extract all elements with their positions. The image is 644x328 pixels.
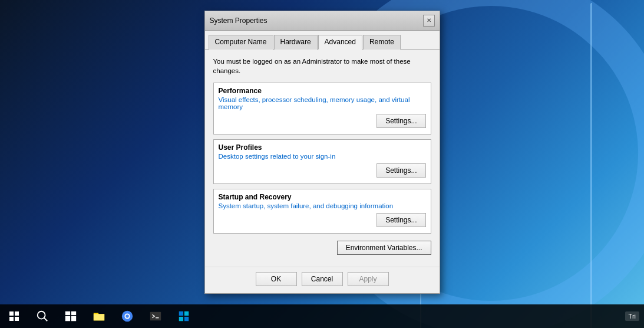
tab-remote[interactable]: Remote <box>363 35 401 50</box>
task-view-icon <box>64 310 77 323</box>
taskbar-terminal[interactable] <box>141 304 170 328</box>
taskbar: Tri <box>0 304 644 328</box>
tray-notification[interactable]: Tri <box>625 311 639 321</box>
user-profiles-section: User Profiles Desktop settings related t… <box>213 139 431 184</box>
performance-description[interactable]: Visual effects, processor scheduling, me… <box>219 96 426 110</box>
taskbar-chrome[interactable] <box>113 304 141 328</box>
folder-icon <box>93 310 105 323</box>
svg-rect-3 <box>71 311 76 315</box>
tab-hardware[interactable]: Hardware <box>274 35 318 50</box>
dialog-overlay: System Properties ✕ Computer Name Hardwa… <box>0 0 644 304</box>
tab-bar: Computer Name Hardware Advanced Remote <box>205 31 440 50</box>
svg-rect-11 <box>179 311 183 316</box>
dialog-footer: OK Cancel Apply <box>205 267 440 293</box>
environment-variables-button[interactable]: Environment Variables... <box>337 241 431 255</box>
startup-recovery-button-row: Settings... <box>219 213 426 227</box>
start-button[interactable] <box>0 304 28 328</box>
svg-rect-14 <box>184 317 189 321</box>
svg-rect-13 <box>179 317 183 321</box>
chrome-icon <box>121 310 134 323</box>
taskbar-file-explorer[interactable] <box>85 304 113 328</box>
svg-point-0 <box>38 311 45 319</box>
startup-recovery-settings-button[interactable]: Settings... <box>377 213 425 227</box>
startup-recovery-section: Startup and Recovery System startup, sys… <box>213 189 431 234</box>
svg-line-1 <box>44 318 48 322</box>
svg-rect-2 <box>65 311 70 315</box>
tab-computer-name[interactable]: Computer Name <box>209 35 273 50</box>
performance-section: Performance Visual effects, processor sc… <box>213 83 431 135</box>
taskbar-task-view[interactable] <box>57 304 85 328</box>
dialog-content: You must be logged on as an Administrato… <box>205 50 440 267</box>
store-icon <box>177 310 190 323</box>
user-profiles-title: User Profiles <box>219 143 426 152</box>
svg-rect-4 <box>65 316 70 321</box>
env-row: Environment Variables... <box>213 238 431 260</box>
taskbar-search[interactable] <box>28 304 57 328</box>
dialog-titlebar: System Properties ✕ <box>205 11 440 31</box>
svg-rect-5 <box>71 316 76 321</box>
taskbar-pinned-icons <box>28 304 198 328</box>
ok-button[interactable]: OK <box>256 272 297 286</box>
dialog-title: System Properties <box>210 17 267 25</box>
startup-recovery-description[interactable]: System startup, system failure, and debu… <box>219 202 426 209</box>
performance-title: Performance <box>219 87 426 95</box>
admin-note: You must be logged on as an Administrato… <box>213 57 431 76</box>
windows-logo-icon <box>9 311 19 321</box>
apply-button[interactable]: Apply <box>348 272 389 286</box>
system-properties-dialog: System Properties ✕ Computer Name Hardwa… <box>204 11 440 294</box>
performance-settings-button[interactable]: Settings... <box>377 114 425 128</box>
user-profiles-description[interactable]: Desktop settings related to your sign-in <box>219 153 426 160</box>
user-profiles-settings-button[interactable]: Settings... <box>377 163 425 178</box>
startup-recovery-title: Startup and Recovery <box>219 193 426 201</box>
tab-advanced[interactable]: Advanced <box>318 35 362 50</box>
taskbar-store[interactable] <box>170 304 198 328</box>
search-icon <box>36 310 49 323</box>
svg-rect-9 <box>150 312 161 321</box>
terminal-icon <box>149 310 162 323</box>
close-button[interactable]: ✕ <box>423 15 435 27</box>
svg-rect-12 <box>184 311 189 316</box>
svg-point-8 <box>126 314 129 318</box>
performance-button-row: Settings... <box>219 114 426 128</box>
cancel-button[interactable]: Cancel <box>302 272 343 286</box>
taskbar-right: Tri <box>620 304 644 328</box>
user-profiles-button-row: Settings... <box>219 163 426 178</box>
